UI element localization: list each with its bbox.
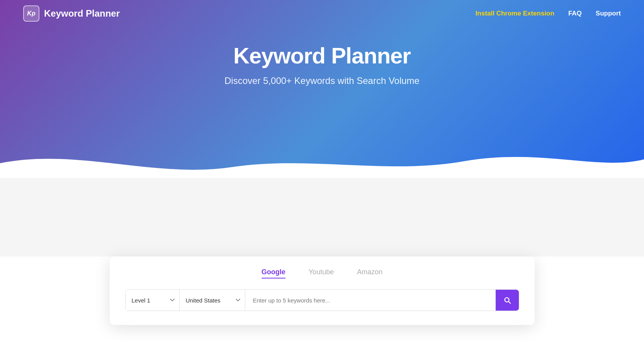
- search-icon: [503, 296, 511, 304]
- search-row: Level 1 Level 2 Level 3 United States Un…: [125, 289, 519, 311]
- tabs-row: Google Youtube Amazon: [125, 268, 519, 279]
- logo-text: Keyword Planner: [44, 8, 120, 19]
- country-select[interactable]: United States United Kingdom Canada Aust…: [180, 290, 245, 311]
- level-select[interactable]: Level 1 Level 2 Level 3: [126, 290, 180, 311]
- support-link[interactable]: Support: [596, 10, 621, 17]
- tab-amazon[interactable]: Amazon: [357, 268, 382, 279]
- logo-icon: Kp: [23, 5, 39, 22]
- hero-title: Keyword Planner: [0, 43, 644, 68]
- description-section: Keyword Planner uses auto-complete APIs …: [0, 325, 644, 352]
- header: Kp Keyword Planner Install Chrome Extens…: [0, 0, 644, 27]
- search-card: Google Youtube Amazon Level 1 Level 2 Le…: [110, 256, 535, 325]
- faq-link[interactable]: FAQ: [568, 10, 582, 17]
- tab-google[interactable]: Google: [262, 268, 285, 279]
- keyword-input[interactable]: [245, 290, 496, 311]
- hero-subtitle: Discover 5,000+ Keywords with Search Vol…: [0, 75, 644, 86]
- logo-area: Kp Keyword Planner: [23, 5, 120, 22]
- nav-links: Install Chrome Extension FAQ Support: [476, 10, 621, 17]
- search-card-wrapper: Google Youtube Amazon Level 1 Level 2 Le…: [0, 256, 644, 325]
- below-hero: Google Youtube Amazon Level 1 Level 2 Le…: [0, 256, 644, 352]
- page-wrapper: Kp Keyword Planner Install Chrome Extens…: [0, 0, 644, 352]
- install-chrome-extension-link[interactable]: Install Chrome Extension: [476, 10, 554, 17]
- search-button[interactable]: [496, 290, 519, 311]
- tab-youtube[interactable]: Youtube: [309, 268, 334, 279]
